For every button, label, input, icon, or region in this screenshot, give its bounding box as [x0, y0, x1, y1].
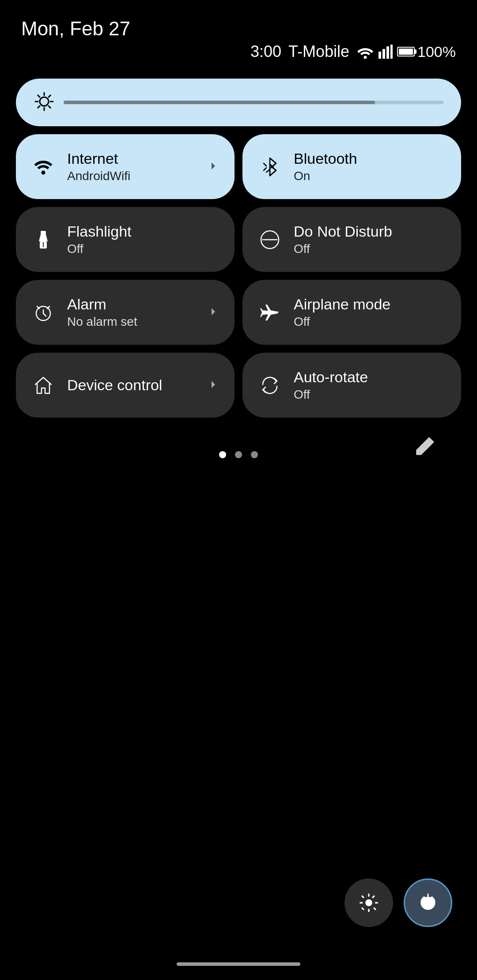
settings-button[interactable]	[344, 878, 393, 927]
status-bar: Mon, Feb 27 3:00 T-Mobile 10	[0, 0, 477, 70]
quick-settings-panel: Internet AndroidWifi Bluetooth On	[0, 70, 477, 467]
airplane-sublabel: Off	[294, 315, 445, 329]
dnd-sublabel: Off	[294, 242, 445, 256]
dnd-tile-text: Do Not Disturb Off	[294, 223, 445, 256]
battery-indicator: 100%	[397, 43, 456, 60]
flashlight-sublabel: Off	[67, 242, 219, 256]
power-button[interactable]	[404, 878, 452, 927]
svg-point-28	[366, 900, 372, 906]
battery-fill	[399, 49, 413, 55]
status-icons: 100%	[356, 43, 456, 60]
device-control-label: Device control	[67, 377, 219, 394]
device-control-tile[interactable]: Device control	[16, 353, 235, 418]
device-control-arrow	[206, 377, 220, 393]
battery-percentage: 100%	[417, 43, 456, 60]
page-dot-3[interactable]	[251, 451, 258, 458]
flashlight-tile-icon	[32, 228, 55, 251]
alarm-sublabel: No alarm set	[67, 315, 219, 329]
page-dot-2[interactable]	[235, 451, 242, 458]
page-indicators	[219, 451, 258, 458]
flashlight-tile[interactable]: Flashlight Off	[16, 207, 235, 272]
wifi-tile-icon	[32, 155, 55, 178]
airplane-tile[interactable]: Airplane mode Off	[242, 280, 461, 345]
auto-rotate-tile-text: Auto-rotate Off	[294, 369, 445, 402]
quick-settings-grid: Internet AndroidWifi Bluetooth On	[16, 134, 461, 418]
wifi-status-icon	[356, 45, 374, 59]
bluetooth-tile[interactable]: Bluetooth On	[242, 134, 461, 199]
home-tile-icon	[32, 374, 55, 397]
svg-point-5	[40, 97, 49, 106]
alarm-tile[interactable]: Alarm No alarm set	[16, 280, 235, 345]
svg-line-10	[38, 95, 40, 97]
alarm-tile-text: Alarm No alarm set	[67, 296, 219, 329]
svg-rect-1	[379, 52, 381, 59]
bluetooth-tile-icon	[258, 155, 281, 178]
svg-line-24	[43, 313, 46, 316]
dnd-tile[interactable]: Do Not Disturb Off	[242, 207, 461, 272]
svg-rect-2	[382, 49, 385, 59]
dnd-label: Do Not Disturb	[294, 223, 445, 240]
flashlight-tile-text: Flashlight Off	[67, 223, 219, 256]
internet-tile[interactable]: Internet AndroidWifi	[16, 134, 235, 199]
nav-bar	[177, 962, 300, 966]
internet-arrow	[206, 159, 220, 175]
svg-line-15	[264, 163, 266, 166]
auto-rotate-sublabel: Off	[294, 388, 445, 402]
airplane-tile-text: Airplane mode Off	[294, 296, 445, 329]
airplane-tile-icon	[258, 301, 281, 324]
svg-line-13	[38, 106, 40, 108]
internet-tile-text: Internet AndroidWifi	[67, 150, 219, 183]
page-indicator-row	[16, 438, 461, 458]
brightness-row[interactable]	[16, 79, 461, 126]
svg-rect-17	[41, 231, 46, 234]
dnd-tile-icon	[258, 228, 281, 251]
bluetooth-sublabel: On	[294, 169, 445, 183]
svg-line-11	[49, 106, 50, 108]
airplane-label: Airplane mode	[294, 296, 445, 313]
svg-point-0	[364, 56, 367, 59]
bluetooth-label: Bluetooth	[294, 150, 445, 167]
svg-line-25	[37, 306, 39, 309]
internet-label: Internet	[67, 150, 219, 167]
alarm-label: Alarm	[67, 296, 219, 313]
bottom-buttons	[344, 878, 452, 927]
page-dot-1[interactable]	[219, 451, 226, 458]
brightness-fill	[64, 101, 375, 104]
brightness-slider[interactable]	[64, 101, 443, 104]
auto-rotate-label: Auto-rotate	[294, 369, 445, 386]
auto-rotate-tile[interactable]: Auto-rotate Off	[242, 353, 461, 418]
flashlight-label: Flashlight	[67, 223, 219, 240]
svg-line-16	[264, 168, 266, 170]
brightness-icon	[34, 91, 55, 114]
alarm-arrow	[206, 305, 220, 320]
status-right: 3:00 T-Mobile 100%	[250, 18, 456, 61]
signal-icon	[379, 45, 393, 59]
alarm-tile-icon	[32, 301, 55, 324]
svg-rect-3	[386, 46, 389, 59]
device-control-tile-text: Device control	[67, 377, 219, 394]
carrier-display: T-Mobile	[288, 42, 349, 61]
rotate-tile-icon	[258, 374, 281, 397]
svg-point-14	[42, 170, 45, 174]
svg-line-26	[47, 306, 49, 309]
svg-line-12	[49, 95, 50, 97]
battery-body	[397, 47, 415, 57]
internet-sublabel: AndroidWifi	[67, 169, 219, 183]
time-display: 3:00	[250, 42, 281, 61]
svg-rect-4	[390, 45, 393, 59]
date-display: Mon, Feb 27	[21, 18, 130, 40]
edit-pencil-button[interactable]	[412, 435, 436, 461]
bluetooth-tile-text: Bluetooth On	[294, 150, 445, 183]
